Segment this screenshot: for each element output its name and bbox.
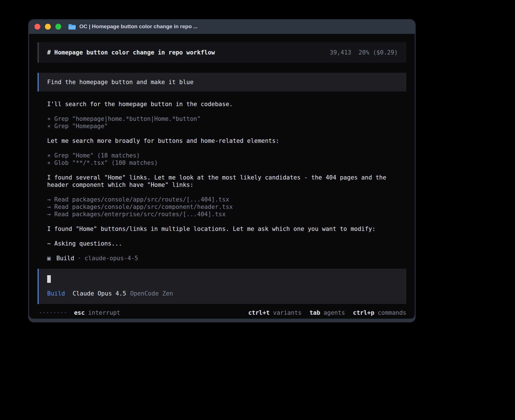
mode-label: Build xyxy=(47,290,65,297)
folder-icon xyxy=(68,23,76,30)
zoom-button[interactable] xyxy=(55,24,61,30)
ctrl-t-key: ctrl+t xyxy=(248,309,270,316)
provider-label: OpenCode Zen xyxy=(130,290,173,297)
assistant-paragraph: I found several "Home" links. Let me loo… xyxy=(47,174,404,189)
ctrl-p-key: ctrl+p xyxy=(353,309,374,316)
tool-call-read: → Read packages/console/app/src/routes/[… xyxy=(47,196,404,203)
tab-key: tab xyxy=(309,309,320,316)
separator-dot: · xyxy=(78,255,81,262)
tool-call-group: ∗ Grep "homepage|home.*button|Home.*butt… xyxy=(47,115,404,130)
terminal-window: OC | Homepage button color change in rep… xyxy=(28,19,416,322)
terminal-content: # Homepage button color change in repo w… xyxy=(29,34,415,319)
minimize-button[interactable] xyxy=(45,24,51,30)
window-title: OC | Homepage button color change in rep… xyxy=(79,23,198,30)
user-message: Find the homepage button and make it blu… xyxy=(38,73,406,91)
tool-call-read: → Read packages/enterprise/src/routes/[.… xyxy=(47,211,404,218)
agent-name: Build xyxy=(56,255,74,262)
tool-call-grep: ∗ Grep "Homepage" xyxy=(47,123,404,130)
close-button[interactable] xyxy=(34,24,40,30)
shortcut-commands: ctrl+p commands xyxy=(353,309,406,316)
agent-status: ▣ Build · claude-opus-4-5 xyxy=(47,255,404,262)
status-bar-left: ········ esc interrupt xyxy=(39,309,120,316)
token-count: 39,413 xyxy=(330,49,351,56)
esc-key: esc xyxy=(74,309,85,316)
commands-label: commands xyxy=(378,309,406,316)
tool-call-group: ∗ Grep "Home" (18 matches) ∗ Glob "**/*.… xyxy=(47,152,404,167)
assistant-activity: ~ Asking questions... xyxy=(47,240,404,247)
status-bar-right: ctrl+t variants tab agents ctrl+p comman… xyxy=(248,309,406,316)
tool-call-read: → Read packages/console/app/src/componen… xyxy=(47,203,404,211)
tool-call-glob: ∗ Glob "**/*.tsx" (100 matches) xyxy=(47,159,404,167)
context-cost: 20% ($0.29) xyxy=(359,49,398,56)
spinner-dots: ········ xyxy=(39,309,67,316)
prompt-input[interactable]: Build Claude Opus 4.5 OpenCode Zen xyxy=(38,269,406,304)
traffic-lights xyxy=(34,24,61,30)
status-bar: ········ esc interrupt ctrl+t variants t… xyxy=(38,309,406,316)
titlebar[interactable]: OC | Homepage button color change in rep… xyxy=(28,19,416,34)
input-meta: Build Claude Opus 4.5 OpenCode Zen xyxy=(47,290,398,297)
user-message-text: Find the homepage button and make it blu… xyxy=(47,79,193,86)
assistant-paragraph: I'll search for the homepage button in t… xyxy=(47,100,404,108)
tool-call-grep: ∗ Grep "homepage|home.*button|Home.*butt… xyxy=(47,115,404,123)
model-label: Claude Opus 4.5 xyxy=(73,290,126,297)
tool-call-group: → Read packages/console/app/src/routes/[… xyxy=(47,196,404,218)
shortcut-variants: ctrl+t variants xyxy=(248,309,302,316)
shortcut-interrupt: esc interrupt xyxy=(74,309,120,316)
esc-label: interrupt xyxy=(88,309,120,316)
session-title: # Homepage button color change in repo w… xyxy=(47,49,215,56)
model-name: claude-opus-4-5 xyxy=(85,255,138,262)
assistant-paragraph: Let me search more broadly for buttons a… xyxy=(47,137,404,145)
tool-call-grep: ∗ Grep "Home" (18 matches) xyxy=(47,152,404,159)
agent-icon: ▣ xyxy=(47,255,51,262)
agents-label: agents xyxy=(324,309,345,316)
session-stats: 39,413 20% ($0.29) xyxy=(330,49,398,56)
assistant-messages: I'll search for the homepage button in t… xyxy=(38,100,404,262)
shortcut-agents: tab agents xyxy=(309,309,345,316)
assistant-paragraph: I found "Home" buttons/links in multiple… xyxy=(47,225,404,233)
session-header: # Homepage button color change in repo w… xyxy=(38,42,406,63)
variants-label: variants xyxy=(273,309,302,316)
text-cursor xyxy=(47,275,51,283)
